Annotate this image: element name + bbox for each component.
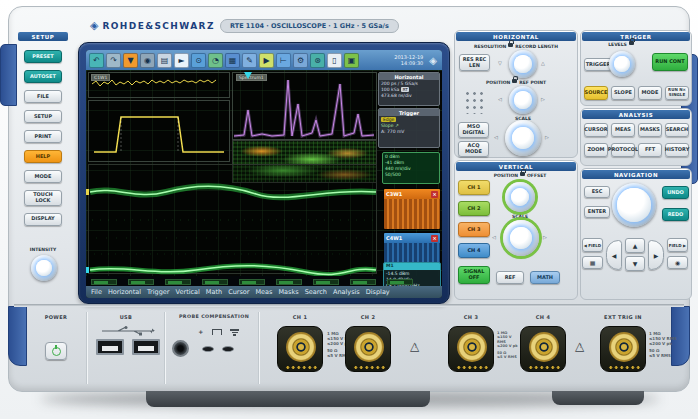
- undo-icon[interactable]: ↶: [89, 53, 104, 68]
- record-length-knob[interactable]: [509, 50, 537, 78]
- field-left-button[interactable]: ◀ FIELD: [582, 238, 603, 252]
- analysis-button[interactable]: CURSOR: [584, 123, 608, 137]
- esc-button[interactable]: ESC: [584, 186, 610, 198]
- mso-digital-button[interactable]: MSO DIGITAL: [458, 122, 489, 138]
- ref-button[interactable]: REF: [496, 271, 524, 284]
- setup-button[interactable]: DISPLAY: [24, 213, 62, 226]
- warning-triangle-icon: △!: [410, 340, 419, 352]
- setup-button[interactable]: SETUP: [24, 110, 62, 123]
- vertical-scale-knob[interactable]: [503, 220, 539, 256]
- menu-item[interactable]: Search: [305, 288, 327, 296]
- nav-up-arrow-button[interactable]: ▲: [625, 238, 645, 253]
- analysis-button[interactable]: FFT: [638, 143, 662, 157]
- analysis-button[interactable]: MEAS: [611, 123, 635, 137]
- undo-button[interactable]: UNDO: [662, 186, 689, 199]
- signal-tab[interactable]: [276, 279, 302, 285]
- nav-down-arrow-button[interactable]: ▼: [625, 256, 645, 271]
- signal-tab[interactable]: [350, 279, 376, 285]
- history-clock-icon[interactable]: ◔: [208, 53, 223, 68]
- close-icon[interactable]: ×: [431, 191, 438, 198]
- signal-tab[interactable]: [128, 279, 154, 285]
- annotate-icon[interactable]: ✎: [242, 53, 257, 68]
- horizontal-scale-knob[interactable]: [505, 120, 541, 156]
- signal-tab[interactable]: [91, 279, 117, 285]
- analysis-button[interactable]: PROTOCOL: [611, 143, 635, 157]
- signal-tab[interactable]: [202, 279, 228, 285]
- nav-left-arrow-button[interactable]: ◀: [606, 240, 622, 270]
- menu-item[interactable]: File: [91, 288, 102, 296]
- trigger-button[interactable]: TRIGGER: [584, 58, 612, 71]
- trigger-panel-title: Trigger: [379, 109, 439, 116]
- play-icon[interactable]: ▶: [259, 53, 274, 68]
- run-cont-button[interactable]: RUN CONT: [652, 53, 688, 71]
- enter-button[interactable]: ENTER: [584, 206, 610, 218]
- channel-button[interactable]: CH 4: [458, 243, 490, 258]
- setup-button[interactable]: PRESET: [24, 50, 62, 63]
- setup-button[interactable]: HELP: [24, 150, 62, 163]
- setup-button[interactable]: TOUCH LOCK: [24, 190, 62, 206]
- trigger-source-button[interactable]: SOURCE: [584, 86, 608, 100]
- signal-tab[interactable]: [165, 279, 191, 285]
- setup-button[interactable]: AUTOSET: [24, 70, 62, 83]
- signal-tab[interactable]: [387, 279, 413, 285]
- search-icon[interactable]: ⊙: [191, 53, 206, 68]
- menu-item[interactable]: Trigger: [147, 288, 169, 296]
- menu-item[interactable]: Masks: [278, 288, 298, 296]
- run-single-button[interactable]: RUN N× SINGLE: [665, 86, 689, 100]
- channel-button[interactable]: CH 1: [458, 180, 490, 195]
- usb-icon: [100, 326, 156, 336]
- setup-button[interactable]: FILE: [24, 90, 62, 103]
- intensity-knob[interactable]: [31, 255, 57, 281]
- horizontal-info-panel[interactable]: Horizontal 200 ps / 5 GSa/s 100 kSaRT 47…: [378, 72, 440, 106]
- menu-item[interactable]: Cursor: [228, 288, 249, 296]
- menu-item[interactable]: Horizontal: [108, 288, 141, 296]
- trash-icon[interactable]: ▯: [327, 53, 342, 68]
- redo-icon[interactable]: ↷: [106, 53, 121, 68]
- math-button[interactable]: MATH: [530, 271, 560, 284]
- field-right-button[interactable]: FIELD ▶: [667, 238, 688, 252]
- navigation-knob[interactable]: [612, 183, 656, 227]
- menu-item[interactable]: Display: [366, 288, 390, 296]
- clipboard-icon[interactable]: ▤: [157, 53, 172, 68]
- channel-button[interactable]: CH 2: [458, 201, 490, 216]
- pointer-icon[interactable]: ►: [174, 53, 189, 68]
- analysis-button[interactable]: ZOOM: [584, 143, 608, 157]
- setup-button[interactable]: MODE: [24, 170, 62, 183]
- menu-item[interactable]: Vertical: [176, 288, 200, 296]
- signal-badge-ch3[interactable]: C3W1 ×: [383, 188, 441, 230]
- analysis-button[interactable]: HISTORY: [665, 143, 689, 157]
- onscreen-keyboard-button[interactable]: ▦: [582, 256, 603, 269]
- trigger-level-knob[interactable]: [609, 51, 635, 77]
- channel-button[interactable]: CH 3: [458, 222, 490, 237]
- probe-comp-pin-hole: [222, 346, 234, 352]
- close-icon[interactable]: ×: [431, 235, 438, 242]
- horizontal-position-knob[interactable]: [509, 86, 537, 114]
- settings-gear-icon[interactable]: ⚙: [293, 53, 308, 68]
- setup-button[interactable]: PRINT: [24, 130, 62, 143]
- layout-grid-icon[interactable]: ▦: [225, 53, 240, 68]
- menu-item[interactable]: Math: [206, 288, 222, 296]
- analysis-button[interactable]: SEARCH: [665, 123, 689, 137]
- acquisition-mode-button[interactable]: ACQ MODE: [458, 141, 489, 157]
- menu-item[interactable]: Analysis: [333, 288, 360, 296]
- trigger-info-panel[interactable]: Trigger Edge Slope ↗ A: 770 mV: [378, 108, 440, 148]
- analysis-button[interactable]: MASKS: [638, 123, 662, 137]
- screenshot-button[interactable]: ◉: [667, 256, 688, 269]
- menu-item[interactable]: Meas: [256, 288, 273, 296]
- web-globe-icon[interactable]: ⊛: [310, 53, 325, 68]
- redo-button[interactable]: REDO: [662, 208, 689, 221]
- save-icon[interactable]: ▼: [123, 53, 138, 68]
- rs-logo-icon: ◈: [429, 55, 442, 66]
- power-label: POWER: [30, 314, 82, 320]
- measure-icon[interactable]: ⊢: [276, 53, 291, 68]
- signal-tab[interactable]: [313, 279, 339, 285]
- screenshot-icon[interactable]: ◉: [140, 53, 155, 68]
- apps-icon[interactable]: ▣: [344, 53, 359, 68]
- res-rec-len-button[interactable]: RES REC LEN: [459, 54, 490, 71]
- trigger-slope-button[interactable]: SLOPE: [611, 86, 635, 100]
- signal-off-button[interactable]: SIGNAL OFF: [458, 266, 490, 284]
- signal-tab[interactable]: [239, 279, 265, 285]
- vertical-position-knob[interactable]: [505, 182, 535, 212]
- power-button[interactable]: [45, 342, 67, 360]
- trigger-mode-button[interactable]: MODE: [638, 86, 662, 100]
